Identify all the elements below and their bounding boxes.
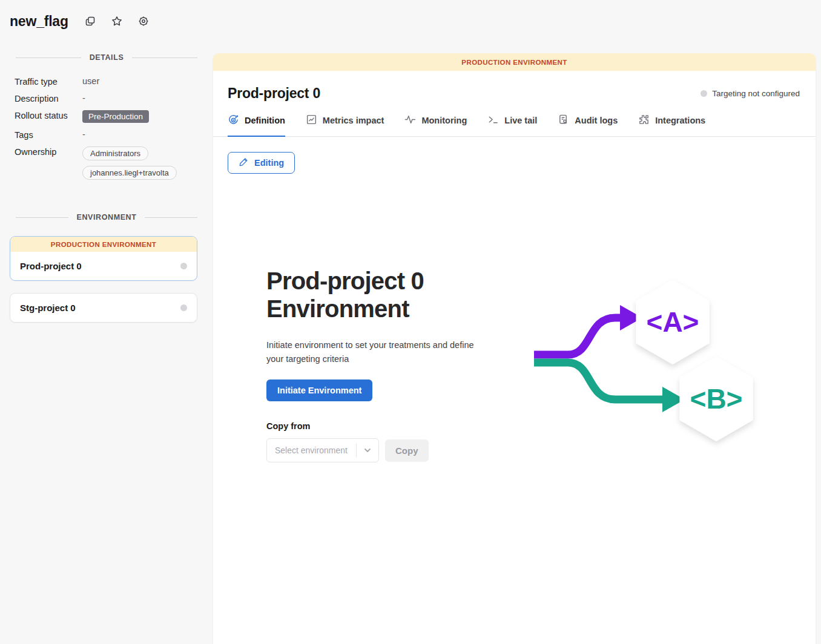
tab-live-tail[interactable]: Live tail [487, 114, 537, 137]
treatment-a-label: <A> [647, 306, 699, 338]
status-dot [701, 90, 707, 97]
detail-value-traffic-type: user [82, 76, 213, 86]
environment-select[interactable]: Select environment [266, 438, 379, 462]
flag-title: new_flag [10, 13, 68, 30]
environment-name: Stg-project 0 [20, 303, 76, 313]
star-icon[interactable] [110, 14, 124, 28]
select-placeholder: Select environment [267, 445, 356, 455]
tab-metrics-impact[interactable]: Metrics impact [306, 114, 384, 137]
treatment-b-label: <B> [690, 383, 743, 415]
tab-bar: Definition Metrics impact Monitoring Liv… [213, 114, 816, 137]
empty-state-description: Initiate environment to set your treatme… [266, 338, 492, 366]
puzzle-icon [638, 114, 650, 127]
ab-split-illustration: <A> <B> [533, 271, 772, 462]
owner-pill[interactable]: johannes.liegl+travolta [82, 166, 177, 180]
targeting-status: Targeting not configured [701, 89, 800, 98]
ownership-pills: Administrators johannes.liegl+travolta [82, 146, 213, 185]
detail-label-description: Description [15, 93, 82, 104]
environment-name: Prod-project 0 [20, 261, 82, 271]
page-header: new_flag [0, 0, 821, 42]
targeting-status-label: Targeting not configured [712, 89, 800, 98]
production-environment-banner: PRODUCTION ENVIRONMENT [213, 53, 816, 71]
pulse-icon [404, 114, 416, 127]
tab-definition[interactable]: Definition [228, 114, 285, 137]
detail-label-tags: Tags [15, 130, 82, 140]
rollout-status-badge: Pre-Production [82, 110, 149, 123]
details-section: DETAILS Traffic type user Description - … [0, 53, 213, 185]
environment-card-prod[interactable]: PRODUCTION ENVIRONMENT Prod-project 0 [10, 236, 197, 281]
header-actions [83, 14, 151, 28]
details-heading: DETAILS [16, 53, 197, 62]
environment-heading: ENVIRONMENT [16, 213, 197, 222]
initiate-environment-button[interactable]: Initiate Environment [266, 380, 372, 401]
environment-panel: PRODUCTION ENVIRONMENT Prod-project 0 Ta… [213, 53, 816, 644]
gear-icon[interactable] [136, 14, 151, 28]
chevron-down-icon [357, 446, 378, 455]
detail-value-description: - [82, 93, 213, 103]
detail-value-tags: - [82, 130, 213, 139]
copy-icon[interactable] [83, 14, 97, 28]
empty-state-heading: Prod-project 0 Environment [266, 268, 490, 323]
line-chart-icon [306, 114, 317, 127]
pencil-icon [239, 157, 249, 169]
editing-button[interactable]: Editing [228, 152, 295, 174]
status-dot [180, 304, 187, 311]
status-dot [180, 263, 187, 269]
environment-section: ENVIRONMENT PRODUCTION ENVIRONMENT Prod-… [0, 213, 213, 323]
environment-empty-state: Prod-project 0 Environment Initiate envi… [228, 268, 801, 462]
owner-pill[interactable]: Administrators [82, 146, 148, 160]
terminal-icon [487, 114, 499, 127]
detail-label-traffic-type: Traffic type [15, 76, 82, 87]
target-icon [228, 114, 239, 127]
tab-monitoring[interactable]: Monitoring [404, 114, 467, 137]
environment-card-staging[interactable]: Stg-project 0 [10, 293, 197, 323]
tab-audit-logs[interactable]: Audit logs [558, 114, 618, 137]
sidebar: DETAILS Traffic type user Description - … [0, 53, 213, 335]
tab-integrations[interactable]: Integrations [638, 114, 705, 137]
detail-label-rollout-status: Rollout status [15, 110, 82, 120]
environment-title: Prod-project 0 [228, 85, 320, 102]
copy-from-label: Copy from [266, 421, 509, 431]
copy-button[interactable]: Copy [385, 439, 429, 462]
production-environment-banner: PRODUCTION ENVIRONMENT [10, 237, 197, 252]
detail-label-ownership: Ownership [15, 146, 82, 157]
audit-log-icon [558, 114, 569, 127]
